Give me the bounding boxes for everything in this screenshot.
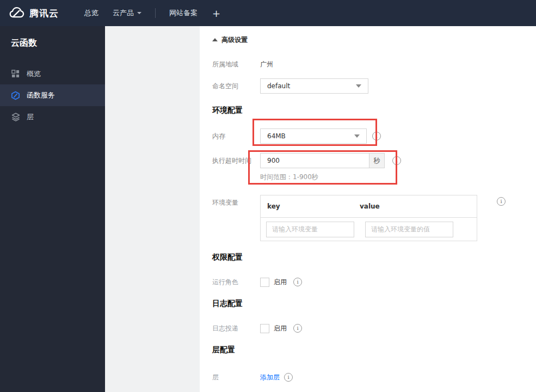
run-role-enable-label: 启用 bbox=[274, 278, 287, 287]
env-value-input[interactable] bbox=[365, 222, 453, 237]
timeout-input-group: 秒 bbox=[260, 153, 385, 168]
memory-info-icon[interactable]: i bbox=[372, 132, 381, 140]
function-config-form: 高级设置 所属地域 广州 命名空间 default 环境配置 内存 64MB i… bbox=[200, 26, 536, 392]
memory-label: 内存 bbox=[212, 132, 260, 141]
chevron-down-icon bbox=[137, 12, 141, 14]
sidebar-item-layers[interactable]: 层 bbox=[0, 106, 105, 127]
env-vars-label: 环境变量 bbox=[212, 198, 260, 207]
env-vars-table-row bbox=[261, 218, 477, 241]
sidebar-item-label: 概览 bbox=[27, 69, 41, 79]
namespace-select[interactable]: default bbox=[260, 78, 368, 94]
sidebar-item-overview[interactable]: 概览 bbox=[0, 63, 105, 84]
nav-overview[interactable]: 总览 bbox=[77, 0, 106, 26]
layer-label: 层 bbox=[212, 373, 260, 382]
sidebar-title: 云函数 bbox=[11, 38, 105, 49]
namespace-label: 命名空间 bbox=[212, 82, 260, 91]
section-permission-config: 权限配置 bbox=[212, 252, 243, 264]
env-key-input[interactable] bbox=[266, 222, 354, 237]
memory-select[interactable]: 64MB bbox=[260, 128, 367, 144]
memory-selected-value: 64MB bbox=[267, 132, 286, 140]
timeout-input[interactable] bbox=[261, 154, 369, 168]
nav-icp-filing[interactable]: 网站备案 bbox=[162, 0, 205, 26]
sidebar: 云函数 概览 函数服务 bbox=[0, 26, 105, 392]
add-layer-link[interactable]: 添加层 bbox=[260, 373, 280, 382]
timeout-unit[interactable]: 秒 bbox=[369, 154, 384, 168]
timeout-info-icon[interactable]: i bbox=[392, 156, 401, 165]
brand-name: 腾讯云 bbox=[29, 7, 59, 20]
run-role-info-icon[interactable]: i bbox=[293, 278, 302, 286]
dropdown-arrow-icon bbox=[356, 84, 361, 88]
log-delivery-enable-label: 启用 bbox=[274, 324, 287, 333]
log-delivery-info-icon[interactable]: i bbox=[293, 324, 302, 333]
region-value: 广州 bbox=[260, 60, 273, 69]
env-vars-table-header: key value bbox=[261, 195, 477, 218]
env-value-column-header: value bbox=[360, 203, 380, 210]
log-delivery-enable-checkbox[interactable] bbox=[260, 324, 269, 333]
section-log-config: 日志配置 bbox=[212, 298, 243, 310]
function-hexagon-icon bbox=[11, 91, 20, 100]
run-role-enable-checkbox[interactable] bbox=[260, 278, 269, 287]
sidebar-item-label: 函数服务 bbox=[27, 90, 55, 100]
timeout-range-hint: 时间范围：1-900秒 bbox=[260, 173, 318, 182]
topbar: 腾讯云 总览 云产品 网站备案 + bbox=[0, 0, 536, 26]
dropdown-arrow-icon bbox=[354, 134, 360, 138]
advanced-settings-label: 高级设置 bbox=[221, 35, 248, 45]
nav-divider bbox=[155, 8, 156, 18]
namespace-selected-value: default bbox=[267, 82, 290, 90]
tencent-cloud-logo[interactable]: 腾讯云 bbox=[9, 7, 59, 20]
collapse-arrow-icon bbox=[212, 38, 218, 41]
run-role-label: 运行角色 bbox=[212, 278, 260, 287]
secondary-panel bbox=[105, 26, 200, 392]
nav-cloud-products[interactable]: 云产品 bbox=[106, 0, 149, 26]
timeout-label: 执行超时时间 bbox=[212, 156, 260, 166]
cloud-logo-icon bbox=[9, 7, 25, 19]
region-label: 所属地域 bbox=[212, 60, 260, 69]
add-layer-info-icon[interactable]: i bbox=[284, 373, 293, 382]
section-environment-config: 环境配置 bbox=[212, 105, 243, 117]
section-layer-config: 层配置 bbox=[212, 344, 235, 356]
sidebar-item-function-service[interactable]: 函数服务 bbox=[0, 84, 105, 106]
env-vars-info-icon[interactable]: i bbox=[497, 197, 506, 206]
advanced-settings-toggle[interactable]: 高级设置 bbox=[212, 34, 536, 46]
grid-icon bbox=[11, 69, 20, 78]
layers-icon bbox=[11, 112, 20, 121]
env-key-column-header: key bbox=[267, 203, 360, 210]
top-navigation: 总览 云产品 网站备案 + bbox=[77, 0, 228, 26]
nav-add-button[interactable]: + bbox=[205, 8, 228, 19]
sidebar-item-label: 层 bbox=[27, 112, 34, 122]
env-vars-table: key value bbox=[260, 195, 477, 241]
log-delivery-label: 日志投递 bbox=[212, 324, 260, 333]
